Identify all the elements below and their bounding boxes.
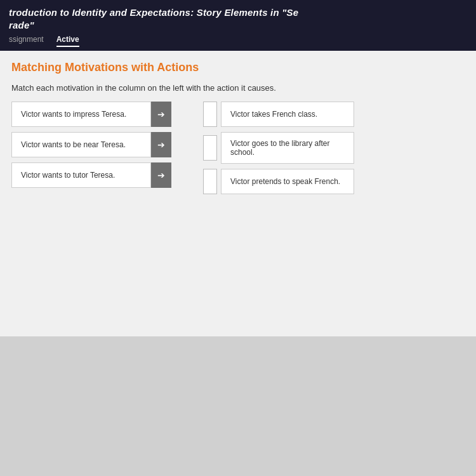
arrow-button-1[interactable] — [151, 102, 171, 127]
header-bar: troduction to Identity and Expectations:… — [0, 0, 476, 51]
nav-tabs: ssignment Active — [9, 35, 467, 47]
action-item-3: Victor pretends to speak French. — [203, 169, 354, 194]
tab-assignment[interactable]: ssignment — [9, 35, 44, 47]
action-box-2: Victor goes to the library after school. — [221, 132, 354, 164]
motivations-column: Victor wants to impress Teresa. Victor w… — [11, 102, 171, 188]
arrow-button-2[interactable] — [151, 132, 171, 157]
bottom-area — [0, 336, 476, 476]
motivation-item-3: Victor wants to tutor Teresa. — [11, 162, 171, 188]
matching-container: Victor wants to impress Teresa. Victor w… — [11, 102, 465, 194]
motivation-box-3: Victor wants to tutor Teresa. — [11, 162, 151, 188]
tab-active[interactable]: Active — [56, 35, 79, 47]
motivation-item-2: Victor wants to be near Teresa. — [11, 132, 171, 157]
page-title: troduction to Identity and Expectations:… — [9, 6, 467, 31]
action-checkbox-2[interactable] — [203, 135, 217, 161]
arrow-button-3[interactable] — [151, 162, 171, 188]
instruction-text: Match each motivation in the column on t… — [11, 83, 465, 93]
action-item-2: Victor goes to the library after school. — [203, 132, 354, 164]
activity-title: Matching Motivations with Actions — [11, 61, 465, 74]
action-item-1: Victor takes French class. — [203, 102, 354, 127]
action-box-3: Victor pretends to speak French. — [221, 169, 354, 194]
motivation-box-1: Victor wants to impress Teresa. — [11, 102, 151, 127]
motivation-item-1: Victor wants to impress Teresa. — [11, 102, 171, 127]
action-box-1: Victor takes French class. — [221, 102, 354, 127]
action-checkbox-1[interactable] — [203, 102, 217, 127]
action-checkbox-3[interactable] — [203, 169, 217, 194]
motivation-box-2: Victor wants to be near Teresa. — [11, 132, 151, 157]
actions-column: Victor takes French class. Victor goes t… — [203, 102, 354, 194]
main-content: Matching Motivations with Actions Match … — [0, 51, 476, 336]
